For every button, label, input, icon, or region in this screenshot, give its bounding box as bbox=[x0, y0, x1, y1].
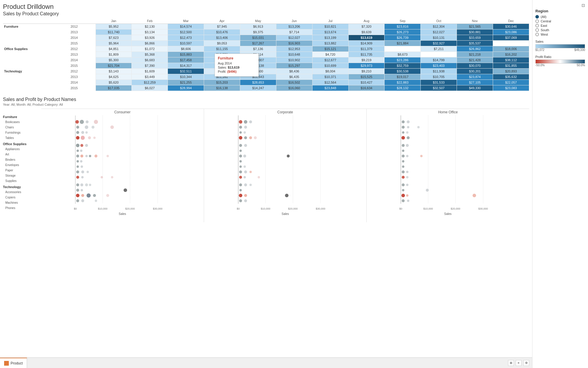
table-row[interactable]: $15,203 bbox=[204, 80, 240, 85]
table-row[interactable]: $21,884 bbox=[385, 41, 421, 46]
table-row[interactable]: $12,500 bbox=[168, 29, 204, 35]
table-row[interactable]: $20,893 bbox=[493, 69, 529, 74]
table-row[interactable]: $13,619 bbox=[348, 35, 385, 41]
table-row[interactable]: $10,371 bbox=[312, 74, 348, 80]
table-row[interactable]: $23,816 bbox=[385, 24, 421, 29]
table-row[interactable]: $8,436 bbox=[276, 69, 312, 74]
region-west-item[interactable]: West bbox=[535, 33, 585, 36]
table-row[interactable]: $22,883 bbox=[385, 80, 421, 85]
table-row[interactable]: $7,211 bbox=[421, 46, 457, 52]
region-all-item[interactable]: (All) bbox=[535, 15, 585, 19]
table-row[interactable]: $15,031 bbox=[240, 35, 276, 41]
table-row[interactable]: $32,507 bbox=[421, 85, 457, 91]
table-row[interactable]: $8,004 bbox=[312, 69, 348, 74]
table-row[interactable]: $9,375 bbox=[240, 29, 276, 35]
table-row[interactable]: $30,201 bbox=[457, 69, 493, 74]
table-row[interactable]: $37,069 bbox=[493, 35, 529, 41]
table-row[interactable]: $26,739 bbox=[385, 35, 421, 41]
table-row[interactable]: $3,926 bbox=[132, 35, 168, 41]
table-row[interactable]: $4,851 bbox=[96, 46, 132, 52]
table-row[interactable]: $30,070 bbox=[457, 63, 493, 69]
table-row[interactable]: $38,112 bbox=[493, 57, 529, 63]
region-south-item[interactable]: South bbox=[535, 28, 585, 32]
table-row[interactable]: $28,994 bbox=[168, 85, 204, 91]
table-row[interactable]: $12,259 bbox=[132, 80, 168, 85]
table-row[interactable]: $12,564 bbox=[312, 80, 348, 85]
table-row[interactable]: $30,538 bbox=[385, 69, 421, 74]
table-row[interactable]: $21,704 bbox=[96, 63, 132, 69]
table-row[interactable]: $14,799 bbox=[421, 57, 457, 63]
table-row[interactable]: $23,848 bbox=[312, 85, 348, 91]
table-row[interactable]: $17,267 bbox=[240, 41, 276, 46]
table-row[interactable]: $11,155 bbox=[204, 46, 240, 52]
table-row[interactable]: $23,086 bbox=[493, 29, 529, 35]
table-row[interactable]: $9,053 bbox=[204, 41, 240, 46]
table-row[interactable]: $7,945 bbox=[204, 24, 240, 29]
table-row[interactable]: $27,105 bbox=[457, 80, 493, 85]
table-row[interactable]: $14,574 bbox=[168, 24, 204, 29]
table-row[interactable]: $13,199 bbox=[312, 35, 348, 41]
table-row[interactable]: $11,735 bbox=[348, 52, 385, 57]
table-row[interactable]: $5,620 bbox=[96, 80, 132, 85]
table-row[interactable]: $28,653 bbox=[240, 80, 276, 85]
region-central-radio[interactable] bbox=[535, 19, 539, 23]
table-row[interactable]: $13,882 bbox=[312, 41, 348, 46]
table-row[interactable]: $10,821 bbox=[312, 24, 348, 29]
table-row[interactable]: $15,121 bbox=[312, 46, 348, 52]
table-row[interactable]: $9,639 bbox=[348, 29, 385, 35]
table-row[interactable]: $10,597 bbox=[168, 41, 204, 46]
table-row[interactable]: $6,435 bbox=[276, 74, 312, 80]
table-row[interactable]: $16,138 bbox=[204, 85, 240, 91]
table-row[interactable]: $12,473 bbox=[168, 35, 204, 41]
table-row[interactable]: $16,502 bbox=[276, 80, 312, 85]
table-row[interactable]: $16,060 bbox=[276, 85, 312, 91]
table-row[interactable]: $10,705 bbox=[421, 74, 457, 80]
table-row[interactable]: $3,134 bbox=[132, 29, 168, 35]
table-row[interactable]: $16,634 bbox=[348, 85, 385, 91]
table-row[interactable]: $31,533 bbox=[421, 80, 457, 85]
table-row[interactable]: $4,625 bbox=[96, 74, 132, 80]
table-row[interactable]: $10,902 bbox=[276, 57, 312, 63]
region-east-radio[interactable] bbox=[535, 24, 539, 27]
table-row[interactable]: $10,476 bbox=[204, 29, 240, 35]
table-row[interactable]: $11,740 bbox=[96, 29, 132, 35]
table-row[interactable]: $21,565 bbox=[457, 24, 493, 29]
table-row[interactable]: $23,286 bbox=[385, 57, 421, 63]
region-central-item[interactable]: Central bbox=[535, 19, 585, 23]
table-row[interactable]: $11,379 bbox=[348, 46, 385, 52]
table-row[interactable]: $26,862 bbox=[457, 46, 493, 52]
table-row[interactable]: $10,344 bbox=[168, 74, 204, 80]
table-row[interactable]: $3,449 bbox=[132, 74, 168, 80]
table-row[interactable]: $32,511 bbox=[168, 69, 204, 74]
table-row[interactable] bbox=[385, 46, 421, 52]
table-row[interactable]: $21,218 bbox=[457, 52, 493, 57]
table-row[interactable]: $17,458 bbox=[168, 57, 204, 63]
table-row[interactable]: $7,714 bbox=[276, 29, 312, 35]
table-row[interactable]: $23,083 bbox=[493, 85, 529, 91]
table-row[interactable]: $15,883 bbox=[168, 52, 204, 57]
table-row[interactable]: $14,317 bbox=[168, 63, 204, 69]
table-row[interactable]: $12,304 bbox=[421, 24, 457, 29]
table-row[interactable]: $16,903 bbox=[276, 41, 312, 46]
table-row[interactable]: $14,247 bbox=[240, 85, 276, 91]
table-row[interactable]: $31,855 bbox=[493, 63, 529, 69]
table-row[interactable]: $6,683 bbox=[132, 57, 168, 63]
settings-btn[interactable]: ⚙ bbox=[523, 360, 529, 366]
table-row[interactable]: $10,648 bbox=[276, 52, 312, 57]
export-icon[interactable]: ⊡ bbox=[582, 3, 585, 8]
table-row[interactable]: $22,057 bbox=[493, 80, 529, 85]
table-row[interactable] bbox=[421, 52, 457, 57]
region-east-item[interactable]: East bbox=[535, 24, 585, 27]
table-row[interactable]: $8,673 bbox=[385, 52, 421, 57]
table-row[interactable]: $1,809 bbox=[96, 52, 132, 57]
table-row[interactable]: $33,659 bbox=[457, 35, 493, 41]
table-row[interactable]: $12,027 bbox=[276, 35, 312, 41]
table-row[interactable]: $19,017 bbox=[385, 74, 421, 80]
table-row[interactable]: $35,632 bbox=[493, 74, 529, 80]
table-row[interactable]: $21,255 bbox=[168, 80, 204, 85]
table-row[interactable]: $12,677 bbox=[312, 57, 348, 63]
table-row[interactable]: $2,130 bbox=[132, 24, 168, 29]
table-row[interactable]: $5,300 bbox=[96, 57, 132, 63]
table-row[interactable]: $11,938 bbox=[421, 69, 457, 74]
table-row[interactable]: $8,606 bbox=[168, 46, 204, 52]
